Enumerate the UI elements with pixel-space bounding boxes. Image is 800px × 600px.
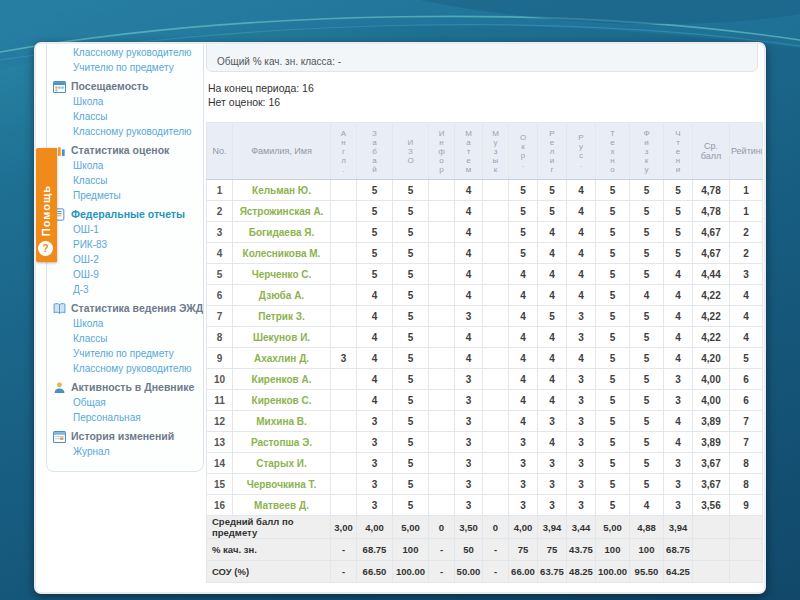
grade-cell: [429, 327, 455, 348]
grade-cell: 4: [538, 369, 567, 390]
sidebar-link[interactable]: ОШ-1: [47, 222, 203, 237]
column-header: Рейтинг: [730, 123, 763, 180]
sidebar-section-header[interactable]: Активность в Дневнике: [47, 380, 203, 395]
sidebar-section-header[interactable]: Статистика оценок: [47, 143, 203, 158]
student-name-link[interactable]: Михина В.: [233, 411, 331, 432]
sidebar-link[interactable]: Классы: [47, 173, 203, 188]
grade-cell: 5: [393, 327, 429, 348]
grade-cell: 5: [538, 306, 567, 327]
sidebar-link[interactable]: Общая: [47, 395, 203, 410]
sidebar-link[interactable]: Классы: [47, 331, 203, 346]
student-name-link[interactable]: Растопша Э.: [233, 432, 331, 453]
grade-cell: [429, 306, 455, 327]
student-name-link[interactable]: Черченко С.: [233, 264, 331, 285]
average-score-cell: 4,20: [693, 348, 730, 369]
row-number-cell: 8: [207, 327, 233, 348]
footer-value-cell: 43.75: [567, 539, 596, 561]
student-name-link[interactable]: Петрик З.: [233, 306, 331, 327]
person-icon: [53, 381, 66, 394]
sidebar-link[interactable]: Учителю по предмету: [47, 60, 203, 75]
grade-cell: 3: [567, 411, 596, 432]
sidebar-link[interactable]: Классному руководителю: [47, 45, 203, 60]
sidebar-link[interactable]: Школа: [47, 94, 203, 109]
sidebar-item-label: Классы: [73, 175, 107, 186]
grade-cell: 4: [509, 264, 538, 285]
sidebar-link[interactable]: РИК-83: [47, 237, 203, 252]
sidebar-link[interactable]: Классному руководителю: [47, 124, 203, 139]
student-name-link[interactable]: Ахахлин Д.: [233, 348, 331, 369]
sidebar-link[interactable]: Персональная: [47, 410, 203, 425]
footer-value-cell: 68.75: [357, 539, 393, 561]
sidebar-item-label: ОШ-2: [73, 254, 99, 265]
grade-cell: [429, 474, 455, 495]
sidebar-item-federal-reports[interactable]: Федеральные отчеты: [47, 207, 203, 222]
average-score-cell: 4,22: [693, 327, 730, 348]
row-number-cell: 14: [207, 453, 233, 474]
sidebar-link[interactable]: Журнал: [47, 444, 203, 459]
sidebar-link[interactable]: Предметы: [47, 188, 203, 203]
footer-value-cell: -: [331, 539, 357, 561]
sidebar-item-label: Предметы: [73, 190, 121, 201]
grade-cell: 5: [393, 180, 429, 201]
student-name-link[interactable]: Богидаева Я.: [233, 222, 331, 243]
grade-cell: [483, 285, 509, 306]
grade-cell: 4: [455, 222, 483, 243]
grade-cell: 3: [455, 474, 483, 495]
help-tab[interactable]: Помощь ?: [34, 148, 57, 262]
footer-empty-cell: [693, 516, 730, 539]
sidebar-link[interactable]: Школа: [47, 158, 203, 173]
student-name-link[interactable]: Колесникова М.: [233, 243, 331, 264]
grade-cell: 5: [393, 495, 429, 516]
sidebar-link[interactable]: Классному руководителю: [47, 361, 203, 376]
sidebar-list: Классному руководителюУчителю по предмет…: [47, 45, 203, 459]
sidebar-link[interactable]: ОШ-9: [47, 267, 203, 282]
sidebar-link[interactable]: Школа: [47, 316, 203, 331]
student-name-link[interactable]: Кельман Ю.: [233, 180, 331, 201]
sidebar-item-label: Статистика оценок: [71, 143, 169, 158]
student-name-link[interactable]: Матвеев Д.: [233, 495, 331, 516]
grade-cell: 5: [630, 243, 664, 264]
grade-cell: 4: [538, 222, 567, 243]
grade-cell: [483, 180, 509, 201]
footer-value-cell: -: [429, 561, 455, 583]
student-name-link[interactable]: Дзюба А.: [233, 285, 331, 306]
grade-cell: [483, 348, 509, 369]
grade-cell: 5: [393, 390, 429, 411]
grade-cell: 5: [630, 369, 664, 390]
grade-cell: 4: [567, 201, 596, 222]
grade-cell: 4: [357, 369, 393, 390]
grade-cell: 5: [630, 390, 664, 411]
screenshot-frame: Классному руководителюУчителю по предмет…: [34, 42, 766, 594]
student-name-link[interactable]: Киренков А.: [233, 369, 331, 390]
grade-cell: 5: [664, 222, 693, 243]
rating-cell: 6: [730, 390, 763, 411]
sidebar-item-label: Статистика ведения ЭЖД: [71, 301, 203, 316]
student-name-link[interactable]: Червочкина Т.: [233, 474, 331, 495]
column-header: Религ: [538, 123, 567, 180]
row-number-cell: 10: [207, 369, 233, 390]
student-name-link[interactable]: Киренков С.: [233, 390, 331, 411]
grade-cell: 3: [455, 369, 483, 390]
summary-row: Средний балл по предмету3,004,005,0003,5…: [207, 516, 763, 539]
grade-cell: [483, 432, 509, 453]
footer-empty-cell: [693, 539, 730, 561]
sidebar-link[interactable]: Классы: [47, 109, 203, 124]
sidebar-section-header[interactable]: Статистика ведения ЭЖД: [47, 301, 203, 316]
student-name-link[interactable]: Ястрожинская А.: [233, 201, 331, 222]
student-row: 7Петрик З.4534535544,224: [207, 306, 763, 327]
sidebar-item-label: Классному руководителю: [73, 47, 192, 58]
sidebar-section-header[interactable]: Посещаемость: [47, 79, 203, 94]
sidebar-link[interactable]: ОШ-2: [47, 252, 203, 267]
footer-value-cell: 48.25: [567, 561, 596, 583]
sidebar-section-header[interactable]: История изменений: [47, 429, 203, 444]
grade-cell: 3: [567, 474, 596, 495]
student-name-link[interactable]: Старых И.: [233, 453, 331, 474]
student-name-link[interactable]: Шекунов И.: [233, 327, 331, 348]
grade-cell: [483, 222, 509, 243]
sidebar-link[interactable]: Учителю по предмету: [47, 346, 203, 361]
sidebar-link[interactable]: Д-3: [47, 282, 203, 297]
footer-label-cell: Средний балл по предмету: [207, 516, 331, 539]
summary-row: % кач. зн.-68.75100-50-757543.7510010068…: [207, 539, 763, 561]
footer-value-cell: 4,00: [357, 516, 393, 539]
row-number-cell: 12: [207, 411, 233, 432]
